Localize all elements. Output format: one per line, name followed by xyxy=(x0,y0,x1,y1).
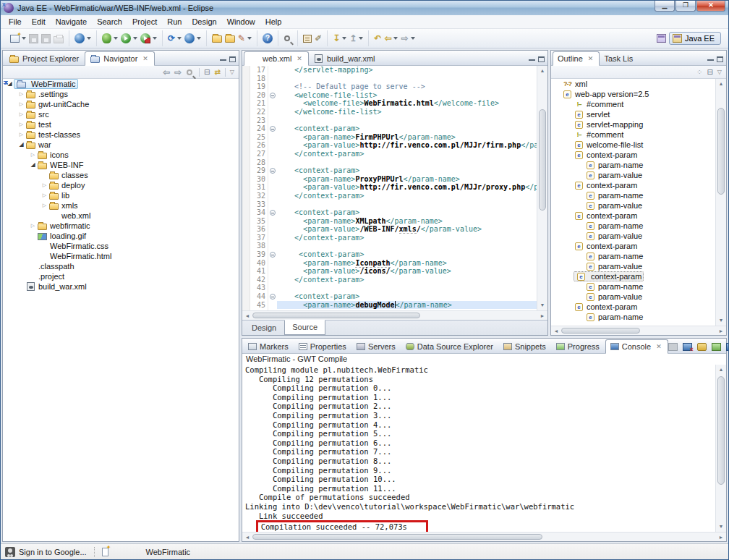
tree-item[interactable]: loading.gif xyxy=(3,231,239,241)
editor-vertical-scrollbar[interactable]: ▲ ▼ xyxy=(537,66,547,310)
last-edit-location-button[interactable]: ↶ xyxy=(372,33,383,44)
expand-icon[interactable]: ▷ xyxy=(17,101,25,108)
tree-item[interactable]: eparam-value xyxy=(551,170,715,180)
code-line[interactable] xyxy=(277,242,537,250)
editor-tab-web-xml[interactable]: web.xml✕ xyxy=(244,51,309,66)
tree-item[interactable]: classes xyxy=(3,170,239,180)
scroll-right-icon[interactable]: ► xyxy=(716,535,726,540)
display-console-button[interactable] xyxy=(726,343,729,351)
menu-edit[interactable]: Edit xyxy=(27,16,51,27)
back-icon[interactable]: ⇦ xyxy=(163,68,170,77)
code-line[interactable]: <context-param> xyxy=(277,166,537,175)
code-line[interactable] xyxy=(277,75,537,83)
tree-item[interactable]: ▷deploy xyxy=(3,180,239,190)
scroll-up-icon[interactable]: ▲ xyxy=(716,365,726,375)
close-tab-icon[interactable]: ✕ xyxy=(656,343,662,350)
tree-item[interactable]: econtext-param xyxy=(551,271,715,281)
console-tab-servers[interactable]: Servers xyxy=(352,340,401,353)
tree-item[interactable]: eparam-name xyxy=(551,281,715,292)
fold-marker[interactable] xyxy=(268,292,277,301)
tree-item[interactable]: eparam-value xyxy=(551,261,715,271)
tree-item[interactable]: ▷gwt-unitCache xyxy=(3,99,239,109)
scroll-down-icon[interactable]: ▼ xyxy=(537,300,547,310)
sign-in-google-button[interactable]: Sign in to Google... xyxy=(19,548,87,556)
remove-launch-icon[interactable] xyxy=(683,343,692,351)
xml-editor[interactable]: 1718192021222324252627282930313233343536… xyxy=(242,66,547,310)
minimize-view-icon[interactable] xyxy=(529,59,535,61)
console-tab-console[interactable]: Console✕ xyxy=(605,339,668,354)
tree-item[interactable]: eparam-name xyxy=(551,221,715,231)
current-line[interactable]: <param-name>debugMode</param-name> xyxy=(277,301,537,310)
next-annotation-button[interactable]: ↧ xyxy=(331,33,348,44)
menu-window[interactable]: Window xyxy=(222,16,260,27)
tree-item[interactable]: eparam-name xyxy=(551,251,715,261)
tree-item[interactable]: ewelcome-file-list xyxy=(551,140,715,150)
code-line[interactable] xyxy=(277,116,537,125)
save-button[interactable] xyxy=(27,33,40,45)
editor-horizontal-scrollbar[interactable]: ◄ ► xyxy=(242,310,547,320)
code-line[interactable] xyxy=(277,158,537,167)
minimize-button[interactable]: ▁ xyxy=(655,1,675,12)
scroll-left-icon[interactable]: ◄ xyxy=(242,535,252,540)
code-line[interactable]: <welcome-file>WebFirmatic.html</welcome-… xyxy=(277,99,537,108)
menu-search[interactable]: Search xyxy=(92,16,127,27)
tree-item[interactable]: eparam-value xyxy=(551,292,715,302)
maximize-view-icon[interactable] xyxy=(538,56,545,62)
code-line[interactable]: <param-value>http://fir.venco.com.pl/MJJ… xyxy=(277,183,537,192)
filter-icon[interactable] xyxy=(187,69,192,75)
previous-annotation-button[interactable]: ↥ xyxy=(348,33,364,44)
expand-icon[interactable]: ▷ xyxy=(17,111,25,118)
code-line[interactable] xyxy=(277,284,537,292)
browser-button[interactable] xyxy=(183,32,202,45)
dropdown-icon[interactable] xyxy=(197,37,201,40)
tree-item[interactable]: WebFirmatic.css xyxy=(3,241,239,251)
scroll-down-icon[interactable]: ▼ xyxy=(716,522,726,532)
dropdown-icon[interactable] xyxy=(359,37,363,40)
scroll-up-icon[interactable]: ▲ xyxy=(716,79,726,89)
collapse-fold-icon[interactable] xyxy=(270,168,276,174)
tree-item[interactable]: econtext-param xyxy=(551,241,715,251)
expand-icon[interactable]: ▷ xyxy=(40,202,48,209)
run-button[interactable] xyxy=(119,32,139,45)
perspective-java-ee-button[interactable]: Java EE xyxy=(669,32,721,45)
gwt-compile-button[interactable] xyxy=(73,32,93,45)
scroll-up-icon[interactable]: ▲ xyxy=(537,66,547,76)
tree-item[interactable]: eparam-name xyxy=(551,190,715,200)
maximize-view-icon[interactable] xyxy=(229,56,236,62)
expand-icon[interactable]: ▷ xyxy=(40,192,48,199)
dropdown-icon[interactable] xyxy=(247,37,252,40)
tree-item[interactable]: ▷.settings xyxy=(3,89,239,99)
close-button[interactable]: ✕ xyxy=(696,1,725,12)
code-line[interactable]: <welcome-file-list> xyxy=(277,91,537,100)
menu-run[interactable]: Run xyxy=(162,16,187,27)
collapse-all-icon[interactable]: ⊟ xyxy=(707,68,712,76)
view-menu-icon[interactable]: ▽ xyxy=(230,69,234,75)
back-button[interactable]: ⇦ xyxy=(383,33,399,44)
tree-item[interactable]: ?-?xml xyxy=(551,79,715,89)
tree-item[interactable]: web.xml xyxy=(3,211,239,221)
scroll-down-icon[interactable]: ▼ xyxy=(716,315,726,326)
scroll-right-icon[interactable]: ► xyxy=(716,328,726,334)
code-line[interactable]: </context-param> xyxy=(277,192,537,200)
new-wizard-button[interactable] xyxy=(9,33,27,44)
tree-item[interactable]: WebFirmatic.html xyxy=(3,251,239,261)
code-line[interactable]: <context-param> xyxy=(277,208,537,217)
close-tab-icon[interactable]: ✕ xyxy=(588,55,594,62)
restore-button[interactable]: ❐ xyxy=(675,1,696,12)
tree-item[interactable]: ▷test xyxy=(3,119,239,130)
pin-console-icon[interactable] xyxy=(712,343,721,351)
expand-icon[interactable]: ▷ xyxy=(17,90,25,98)
tree-item[interactable]: ▷webfirmatic xyxy=(3,221,239,231)
minimize-view-icon[interactable] xyxy=(707,59,714,61)
explorer-tab-navigator[interactable]: Navigator✕ xyxy=(85,51,155,66)
editor-tab-build-war-xml[interactable]: build_war.xml xyxy=(309,52,381,65)
collapse-fold-icon[interactable] xyxy=(270,126,276,132)
dropdown-icon[interactable] xyxy=(133,37,137,40)
collapse-fold-icon[interactable] xyxy=(270,252,276,258)
forward-icon[interactable]: ⇨ xyxy=(174,68,182,77)
help-button[interactable]: ? xyxy=(261,32,274,45)
print-button[interactable] xyxy=(52,33,65,45)
tree-item[interactable]: eservlet xyxy=(551,109,715,119)
code-line[interactable]: <param-name>ProxyPHPUrl</param-name> xyxy=(277,175,537,184)
scrollbar-thumb[interactable] xyxy=(539,109,546,211)
